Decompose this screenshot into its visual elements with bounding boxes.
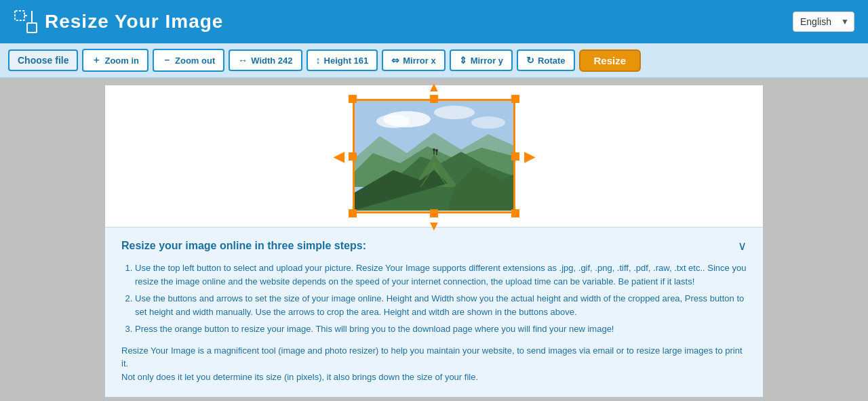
info-step-1: Use the top left button to select and up… bbox=[135, 261, 747, 288]
logo-icon bbox=[14, 9, 38, 34]
info-step-3: Press the orange button to resize your i… bbox=[135, 322, 747, 336]
resize-button[interactable]: Resize bbox=[579, 49, 642, 72]
width-button[interactable]: ↔ Width 242 bbox=[229, 49, 302, 71]
svg-rect-0 bbox=[15, 11, 24, 20]
crop-container[interactable]: ◀ ▶ ▲ ▼ bbox=[353, 99, 515, 213]
handle-top-left[interactable] bbox=[349, 95, 357, 103]
zoom-in-button[interactable]: ＋ Zoom in bbox=[82, 49, 149, 72]
arrow-right-icon: ▶ bbox=[524, 150, 534, 163]
svg-point-8 bbox=[471, 117, 505, 129]
handle-bottom-center[interactable] bbox=[430, 209, 438, 217]
zoom-in-icon: ＋ bbox=[92, 54, 101, 66]
canvas-area: ◀ ▶ ▲ ▼ Resize your image online in thre… bbox=[105, 85, 763, 397]
info-section: Resize your image online in three simple… bbox=[105, 227, 763, 397]
svg-point-18 bbox=[435, 149, 438, 152]
rotate-button[interactable]: ↻ Rotate bbox=[517, 49, 574, 71]
toolbar: Choose file ＋ Zoom in － Zoom out ↔ Width… bbox=[0, 43, 868, 79]
height-icon: ↕ bbox=[316, 55, 321, 66]
svg-point-16 bbox=[433, 148, 435, 151]
info-header: Resize your image online in three simple… bbox=[121, 238, 747, 253]
info-step-2: Use the buttons and arrows to set the si… bbox=[135, 292, 747, 318]
image-canvas: ◀ ▶ ▲ ▼ bbox=[105, 85, 763, 227]
app-title: Resize Your Image bbox=[45, 11, 223, 33]
svg-rect-1 bbox=[27, 23, 37, 33]
width-icon: ↔ bbox=[238, 55, 248, 66]
mirror-y-icon: ⇕ bbox=[459, 55, 467, 66]
arrow-top-icon: ▲ bbox=[427, 80, 441, 93]
zoom-out-button[interactable]: － Zoom out bbox=[153, 49, 224, 72]
info-steps-list: Use the top left button to select and up… bbox=[121, 261, 747, 336]
mirror-x-button[interactable]: ⇔ Mirror x bbox=[382, 49, 445, 71]
arrow-left-icon: ◀ bbox=[334, 150, 344, 163]
handle-top-right[interactable] bbox=[511, 95, 519, 103]
header: Resize Your Image English French Spanish… bbox=[0, 0, 868, 43]
handle-middle-left[interactable] bbox=[349, 152, 357, 161]
mirror-x-icon: ⇔ bbox=[391, 55, 399, 66]
language-dropdown[interactable]: English French Spanish German bbox=[793, 12, 854, 32]
svg-point-7 bbox=[434, 106, 475, 119]
height-button[interactable]: ↕ Height 161 bbox=[307, 49, 378, 71]
zoom-out-icon: － bbox=[162, 54, 172, 66]
handle-bottom-left[interactable] bbox=[349, 209, 357, 217]
logo-container: Resize Your Image bbox=[14, 9, 223, 34]
collapse-button[interactable]: ∨ bbox=[738, 238, 747, 253]
info-title: Resize your image online in three simple… bbox=[121, 240, 366, 252]
info-description: Resize Your Image is a magnificent tool … bbox=[121, 344, 747, 384]
rotate-icon: ↻ bbox=[526, 55, 534, 66]
handle-bottom-right[interactable] bbox=[511, 209, 519, 217]
handle-top-center[interactable] bbox=[430, 95, 438, 103]
image-preview bbox=[353, 99, 515, 211]
choose-file-button[interactable]: Choose file bbox=[8, 49, 78, 71]
main-wrapper: ◀ ▶ ▲ ▼ Resize your image online in thre… bbox=[0, 79, 868, 401]
handle-middle-right[interactable] bbox=[511, 152, 519, 161]
svg-point-6 bbox=[376, 114, 410, 128]
mirror-y-button[interactable]: ⇕ Mirror y bbox=[450, 49, 513, 71]
language-selector[interactable]: English French Spanish German ▼ bbox=[793, 12, 854, 32]
